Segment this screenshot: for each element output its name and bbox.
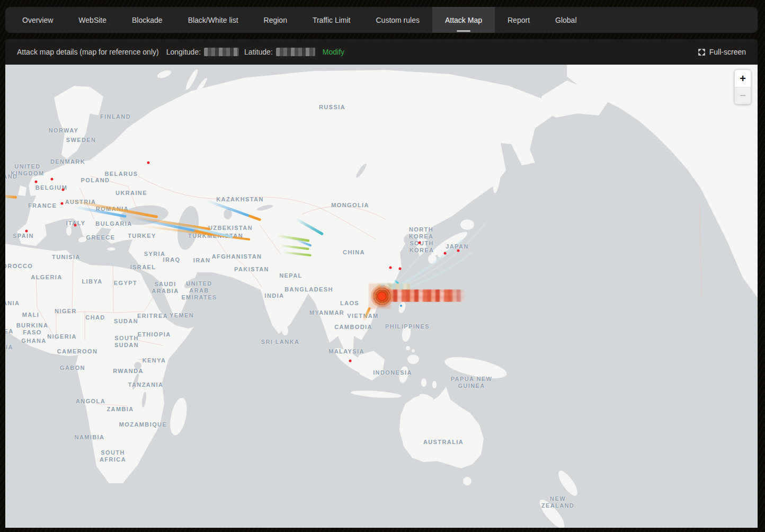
map-country-label: RWANDA bbox=[113, 368, 144, 375]
attack-source-dot bbox=[389, 267, 392, 269]
zoom-out-button[interactable]: − bbox=[735, 87, 751, 104]
attack-map-canvas[interactable]: RUSSIAFINLANDNORWAYSWEDENDENMARKUNITED K… bbox=[5, 65, 758, 528]
tab-global[interactable]: Global bbox=[542, 7, 589, 33]
map-country-label: PHILIPPINES bbox=[385, 323, 430, 330]
map-country-label: PAKISTAN bbox=[234, 266, 269, 273]
map-country-label: UZBEKISTAN bbox=[208, 225, 253, 232]
attack-source-dot bbox=[349, 360, 352, 362]
map-country-label: ZAMBIA bbox=[106, 406, 134, 413]
redacted-target-label bbox=[385, 289, 465, 302]
attack-trace bbox=[362, 307, 371, 322]
map-country-label: GUINEA bbox=[5, 328, 14, 335]
attack-source-dot bbox=[51, 178, 54, 181]
map-country-label: BANGLADESH bbox=[284, 286, 333, 293]
map-country-label: SUDAN bbox=[114, 318, 138, 325]
map-country-label: KAZAKHSTAN bbox=[216, 196, 264, 203]
map-country-label: BULGARIA bbox=[95, 220, 132, 227]
map-country-label: TANZANIA bbox=[128, 382, 164, 388]
tab-overview[interactable]: Overview bbox=[10, 7, 66, 33]
map-country-label: SYRIA bbox=[144, 251, 166, 258]
map-country-label: CHINA bbox=[343, 249, 365, 256]
attack-source-dot bbox=[419, 242, 421, 244]
map-country-label: YEMEN bbox=[170, 312, 194, 319]
map-country-label: GHANA bbox=[21, 338, 46, 344]
map-country-label: MALAYSIA bbox=[328, 348, 364, 355]
tab-custom-rules[interactable]: Custom rules bbox=[363, 7, 432, 33]
map-country-label: UNITED KINGDOM bbox=[11, 163, 45, 177]
map-country-label: TURKEY bbox=[128, 233, 156, 240]
map-country-label: MOZAMBIQUE bbox=[119, 421, 167, 428]
map-country-label: ERITREA bbox=[137, 313, 168, 320]
map-country-label: UNITED ARAB EMIRATES bbox=[181, 280, 217, 301]
longitude-label: Longitude: bbox=[166, 48, 201, 56]
zoom-in-button[interactable]: + bbox=[735, 70, 751, 87]
tab-blockade[interactable]: Blockade bbox=[119, 7, 175, 33]
map-country-label: AUSTRALIA bbox=[423, 439, 464, 446]
attack-trace bbox=[280, 244, 309, 250]
fullscreen-expand-icon bbox=[698, 48, 706, 56]
map-country-label: NORWAY bbox=[49, 127, 79, 134]
map-country-label: SWEDEN bbox=[66, 137, 96, 144]
map-country-label: KENYA bbox=[143, 357, 166, 364]
attack-trace bbox=[5, 194, 17, 199]
map-country-label: DENMARK bbox=[50, 158, 85, 165]
map-country-label: JAPAN bbox=[446, 243, 468, 250]
tab-black-white-list[interactable]: Black/White list bbox=[175, 7, 251, 33]
map-country-label: ALGERIA bbox=[31, 274, 62, 281]
tab-website[interactable]: WebSite bbox=[66, 7, 119, 33]
map-country-label: CAMEROON bbox=[57, 348, 98, 355]
map-country-label: INDONESIA bbox=[373, 369, 412, 376]
tab-attack-map[interactable]: Attack Map bbox=[432, 7, 495, 33]
map-country-label: UKRAINE bbox=[115, 190, 147, 197]
map-country-label: NEPAL bbox=[279, 272, 302, 279]
map-country-label: LIBERIA bbox=[5, 344, 13, 351]
map-country-label: NORTH KOREA bbox=[409, 226, 434, 240]
tab-traffic-limit[interactable]: Traffic Limit bbox=[300, 7, 363, 33]
map-country-label: NAMIBIA bbox=[75, 434, 105, 441]
attack-target-marker bbox=[370, 285, 394, 308]
map-toolbar: Attack map details (map for reference on… bbox=[5, 39, 758, 65]
map-country-label: SOUTH AFRICA bbox=[100, 449, 126, 463]
map-country-label: MONGOLIA bbox=[331, 202, 369, 209]
map-country-label: MYANMAR bbox=[309, 309, 344, 316]
fullscreen-button[interactable]: Full-screen bbox=[698, 48, 746, 56]
map-country-label: INDIA bbox=[265, 292, 284, 299]
attack-trace bbox=[283, 251, 312, 256]
map-country-label: VIETNAM bbox=[347, 313, 378, 320]
map-country-label: PAPUA NEW GUINEA bbox=[451, 376, 493, 389]
map-country-label: NIGERIA bbox=[47, 333, 77, 340]
map-country-label: EGYPT bbox=[114, 280, 137, 287]
attack-source-dot bbox=[35, 181, 38, 183]
map-zoom-control: + − bbox=[734, 69, 751, 104]
map-country-label: GREECE bbox=[86, 234, 115, 241]
map-country-label: BURKINA FASO bbox=[16, 322, 49, 336]
modify-link[interactable]: Modify bbox=[323, 48, 344, 56]
map-country-label: ROMANIA bbox=[96, 206, 129, 212]
fullscreen-label: Full-screen bbox=[709, 48, 746, 56]
map-country-label: SOUTH KOREA bbox=[410, 240, 434, 254]
map-country-label: IRELAND bbox=[5, 173, 17, 180]
attack-trace bbox=[140, 225, 250, 241]
top-navbar: OverviewWebSiteBlockadeBlack/White listR… bbox=[5, 7, 758, 33]
map-country-label: SOUTH SUDAN bbox=[114, 335, 139, 349]
tab-region[interactable]: Region bbox=[251, 7, 300, 33]
tab-report[interactable]: Report bbox=[495, 7, 542, 33]
map-country-label: SAUDI ARABIA bbox=[152, 281, 179, 295]
attack-source-dot bbox=[61, 202, 64, 205]
attack-trace bbox=[295, 238, 312, 247]
map-country-label: SPAIN bbox=[13, 233, 34, 240]
map-country-label: LAOS bbox=[340, 300, 359, 307]
attack-source-dot bbox=[400, 305, 402, 307]
map-country-label: AUSTRIA bbox=[65, 199, 96, 206]
longitude-value-redacted bbox=[204, 48, 239, 56]
map-country-label: FRANCE bbox=[28, 202, 57, 209]
map-country-label: TURKMENISTAN bbox=[188, 233, 243, 240]
attack-trace bbox=[65, 198, 158, 218]
attack-source-dot bbox=[399, 268, 402, 270]
map-country-label: FINLAND bbox=[100, 113, 131, 120]
map-country-label: IRAN bbox=[193, 257, 211, 264]
attack-source-dot bbox=[62, 189, 65, 191]
latitude-value-redacted bbox=[276, 48, 315, 56]
map-country-label: GABON bbox=[60, 365, 85, 371]
map-country-label: NEW ZEALAND bbox=[541, 495, 574, 509]
